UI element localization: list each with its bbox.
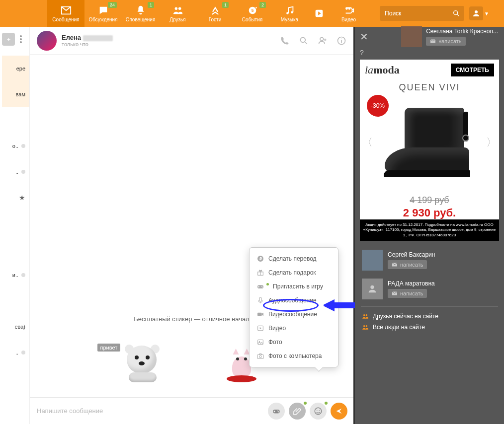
nav-music[interactable]: Музыка: [271, 0, 308, 27]
badge: 2: [259, 2, 266, 8]
search-in-chat-icon[interactable]: [299, 36, 309, 46]
list-item[interactable]: ★: [2, 185, 29, 211]
carousel-next-icon[interactable]: 〉: [486, 135, 497, 150]
list-item[interactable]: ере: [2, 56, 29, 81]
list-item[interactable]: [2, 288, 29, 314]
nav-label: Оповещения: [126, 17, 156, 22]
list-item[interactable]: и..: [2, 262, 29, 288]
contact-name: Сергей Баксарин: [388, 251, 435, 258]
new-chat-button[interactable]: ＋: [2, 33, 15, 46]
nav-discussions[interactable]: Обсуждения 24: [84, 0, 122, 27]
chat-body: Бесплатный стикер — отличное начал приве…: [30, 55, 353, 397]
nav-notifications[interactable]: Оповещения 1: [122, 0, 159, 27]
nav-video[interactable]: Видео: [330, 0, 367, 27]
list-item[interactable]: [2, 236, 29, 262]
attach-menu: Сделать перевод Сделать подарок Пригласи…: [249, 247, 338, 367]
chat-panel: Елена только что Бесплатный стикер — отл…: [30, 27, 355, 424]
avatar[interactable]: [37, 31, 57, 51]
list-item[interactable]: [2, 107, 29, 133]
games-button[interactable]: [268, 403, 285, 420]
message-composer: [30, 397, 353, 424]
play-outline-icon: [256, 324, 264, 332]
carousel-prev-icon[interactable]: 〈: [362, 135, 373, 150]
new-dot-icon: [325, 402, 328, 405]
list-item[interactable]: ..: [2, 159, 29, 185]
attach-button[interactable]: [289, 403, 306, 420]
nav-friends[interactable]: Друзья: [159, 0, 196, 27]
list-item[interactable]: вам: [2, 81, 29, 107]
new-dot-icon: [304, 402, 307, 405]
search-icon[interactable]: [452, 9, 460, 17]
emoji-button[interactable]: [310, 403, 327, 420]
mic-icon: [256, 296, 264, 304]
ad-legal: Акция действует по 31.12.2017. Подробнос…: [360, 219, 499, 241]
friends-icon: [172, 5, 183, 16]
list-item[interactable]: о..: [2, 133, 29, 159]
search-box[interactable]: [380, 6, 464, 21]
write-button[interactable]: написать: [388, 289, 427, 298]
nav-messages[interactable]: Сообщения: [47, 0, 84, 27]
unread-dot-icon: [21, 273, 25, 277]
attach-video[interactable]: Видео: [250, 321, 338, 335]
list-item[interactable]: ..: [2, 340, 29, 365]
unread-dot-icon: [21, 351, 25, 354]
all-people-link[interactable]: Все люди на сайте: [361, 322, 498, 333]
sticker-tag: привет: [97, 344, 121, 352]
ruble-icon: [256, 255, 264, 263]
unread-dot-icon: [21, 144, 25, 148]
nav-label: Видео: [341, 17, 356, 22]
attach-audio[interactable]: Аудиосообщение: [250, 293, 338, 307]
right-sidebar: ✕ Светлана Tortik Красноп... написать ? …: [355, 27, 504, 424]
top-nav: Сообщения Обсуждения 24 Оповещения 1 Дру…: [0, 0, 504, 27]
nav-label: Обсуждения: [88, 17, 117, 22]
friends-online-link[interactable]: Друзья сейчас на сайте: [361, 311, 498, 322]
send-button[interactable]: [331, 403, 347, 420]
contact-card[interactable]: Сергей Баксарин написать: [355, 246, 504, 275]
chat-subtitle: только что: [62, 41, 113, 47]
nav-guests[interactable]: Гости 1: [196, 0, 234, 27]
profile-caret-icon[interactable]: ▼: [484, 11, 489, 16]
bell-icon: [135, 5, 146, 16]
avatar: [401, 26, 422, 47]
price-new: 2 930 руб.: [360, 207, 499, 219]
sticker-option[interactable]: привет: [112, 333, 172, 382]
contact-card[interactable]: РАДА маратовна написать: [355, 275, 504, 303]
chat-header: Елена только что: [30, 27, 353, 55]
attach-videomessage[interactable]: Видеосообщение: [250, 307, 338, 321]
attach-photo-upload[interactable]: Фото с компьютера: [250, 349, 338, 363]
list-item[interactable]: [2, 211, 29, 236]
attach-game[interactable]: Пригласить в игру: [250, 280, 338, 293]
nav-label: События: [242, 17, 262, 22]
contact-name: РАДА маратовна: [388, 280, 435, 287]
price-old: 4 199 руб: [360, 195, 499, 206]
attach-photo[interactable]: Фото: [250, 335, 338, 349]
write-button[interactable]: написать: [388, 260, 427, 269]
message-input[interactable]: [36, 407, 264, 415]
phone-icon[interactable]: [280, 36, 290, 46]
contact-name: Светлана Tortik Красноп...: [426, 28, 498, 35]
attach-gift[interactable]: Сделать подарок: [250, 266, 338, 280]
unread-dot-icon: [21, 170, 25, 174]
add-user-icon[interactable]: [318, 36, 328, 46]
help-icon[interactable]: ?: [355, 47, 504, 57]
chat-title[interactable]: Елена: [62, 34, 113, 41]
search-input[interactable]: [384, 9, 452, 17]
attach-transfer[interactable]: Сделать перевод: [250, 252, 338, 266]
ad-cta-button[interactable]: СМОТРЕТЬ: [451, 64, 494, 76]
close-icon[interactable]: ✕: [360, 31, 368, 43]
nav-label: Музыка: [281, 17, 298, 22]
ad-banner[interactable]: lamoda СМОТРЕТЬ QUEEN VIVI -30% 〈 〉 4 19…: [360, 60, 499, 241]
avatar: [362, 279, 383, 299]
product-image: [385, 108, 474, 177]
people-icon: [362, 324, 369, 331]
more-icon[interactable]: [20, 35, 22, 43]
nav-play[interactable]: [308, 0, 330, 27]
badge: 1: [222, 2, 229, 8]
nav-events[interactable]: События 2: [234, 0, 271, 27]
list-item[interactable]: ева): [2, 314, 29, 340]
contact-card[interactable]: Светлана Tortik Красноп... написать: [401, 26, 498, 47]
write-button[interactable]: написать: [426, 37, 465, 46]
profile-button[interactable]: [469, 6, 483, 20]
info-icon[interactable]: [336, 36, 346, 46]
conversations-rail: ＋ ере вам о.. .. ★ и.. ева) ..: [0, 27, 30, 424]
